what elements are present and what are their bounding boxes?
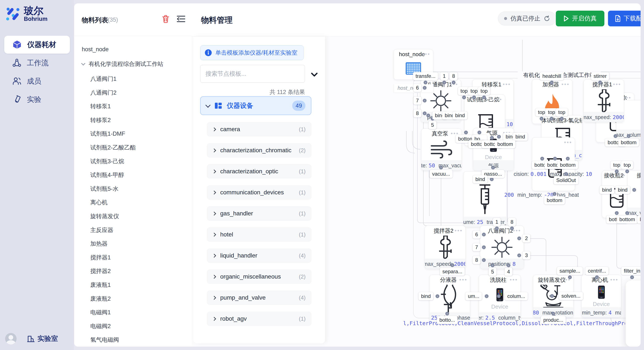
port-dot-icon[interactable]: › bbox=[560, 117, 564, 121]
port-dot-icon[interactable]: › bbox=[510, 226, 514, 230]
port-chip-1[interactable]: 1 bbox=[440, 72, 448, 80]
port-dot-icon[interactable]: › bbox=[424, 81, 428, 84]
port-chip-bind[interactable]: bind bbox=[600, 186, 614, 194]
port-chip-colum...[interactable]: colum... bbox=[505, 292, 528, 300]
tree-item-host-node[interactable]: host_node bbox=[74, 43, 199, 55]
port-dot-icon[interactable]: › bbox=[436, 294, 439, 298]
port-chip-bottom[interactable]: bottom bbox=[618, 138, 639, 147]
download-config-button[interactable]: 下载配置 bbox=[608, 11, 640, 26]
port-chip-8[interactable]: 8 bbox=[472, 256, 480, 264]
tree-item[interactable]: 八通阀门1 bbox=[74, 73, 208, 85]
port-dot-icon[interactable]: › bbox=[598, 81, 602, 84]
canvas-node-搅拌器1[interactable]: 搅拌器1•••max_speed:2000 bbox=[584, 79, 624, 122]
port-dot-icon[interactable]: › bbox=[442, 81, 446, 84]
tree-item[interactable]: 试剂瓶1-DMF bbox=[74, 128, 208, 140]
port-chip-bind[interactable]: bind bbox=[473, 175, 488, 183]
port-dot-icon[interactable]: › bbox=[632, 188, 636, 192]
port-dot-icon[interactable]: › bbox=[627, 134, 630, 138]
port-dot-icon[interactable]: › bbox=[482, 258, 486, 262]
port-chip-sample...[interactable]: sample... bbox=[557, 267, 583, 275]
tree-item[interactable]: 试剂瓶4-甲醇 bbox=[74, 169, 208, 181]
search-input[interactable] bbox=[200, 65, 305, 83]
port-chip-bottom[interactable]: bottom bbox=[557, 161, 578, 169]
port-dot-icon[interactable]: › bbox=[553, 157, 557, 161]
node-menu-icon[interactable]: ••• bbox=[494, 96, 502, 103]
template-category-camera[interactable]: camera(1) bbox=[207, 122, 311, 136]
tree-item[interactable]: 旋转蒸发仪 bbox=[74, 210, 208, 222]
sidebar-item-members[interactable]: 成员 bbox=[4, 72, 70, 90]
node-menu-icon[interactable]: ••• bbox=[455, 227, 463, 234]
node-menu-icon[interactable]: ••• bbox=[572, 117, 580, 123]
port-chip-8[interactable]: 8 bbox=[508, 218, 516, 226]
port-chip-separa...[interactable]: separa... bbox=[440, 268, 465, 276]
tree-item[interactable]: 搅拌器2 bbox=[74, 265, 208, 277]
port-dot-icon[interactable]: › bbox=[568, 275, 572, 279]
port-dot-icon[interactable]: › bbox=[517, 253, 521, 257]
port-dot-icon[interactable]: › bbox=[485, 294, 488, 298]
port-dot-icon[interactable]: › bbox=[482, 233, 486, 236]
port-dot-icon[interactable]: › bbox=[625, 211, 629, 215]
port-dot-icon[interactable]: › bbox=[553, 192, 556, 196]
node-menu-icon[interactable]: ••• bbox=[459, 277, 468, 283]
port-dot-icon[interactable]: › bbox=[507, 263, 510, 267]
canvas-node-八通阀门2[interactable]: 八通阀门2•••positions:8 bbox=[480, 226, 524, 269]
port-chip-6[interactable]: 6 bbox=[413, 84, 421, 92]
tree-item[interactable]: 离心机 bbox=[74, 196, 208, 208]
port-chip-bind[interactable]: bind bbox=[418, 292, 433, 300]
port-dot-icon[interactable]: › bbox=[450, 263, 454, 267]
template-category-communication_devices[interactable]: communication_devices(1) bbox=[207, 185, 311, 199]
port-chip-produc...[interactable]: produc... bbox=[541, 316, 566, 324]
refresh-icon[interactable] bbox=[544, 15, 550, 22]
simulation-status-pill[interactable]: 仿真已停止 bbox=[498, 11, 556, 25]
port-dot-icon[interactable]: › bbox=[439, 166, 443, 170]
sidebar-item-workflow[interactable]: 工作流 bbox=[4, 54, 70, 72]
tree-item[interactable]: 转移泵2 bbox=[74, 114, 208, 126]
port-dot-icon[interactable]: › bbox=[495, 226, 499, 230]
port-chip-top[interactable]: top bbox=[556, 108, 568, 116]
port-chip-bind[interactable]: bind bbox=[615, 186, 630, 194]
port-chip-filter_in[interactable]: filter_in bbox=[621, 267, 640, 275]
tree-item[interactable]: 电磁阀2 bbox=[74, 320, 208, 332]
node-menu-icon[interactable]: ••• bbox=[564, 139, 572, 146]
template-category-liquid_handler[interactable]: liquid_handler(4) bbox=[207, 249, 311, 263]
port-dot-icon[interactable]: › bbox=[482, 95, 486, 99]
port-dot-icon[interactable]: › bbox=[472, 95, 476, 99]
node-menu-icon[interactable]: ••• bbox=[422, 51, 430, 57]
node-menu-icon[interactable]: ••• bbox=[618, 172, 626, 178]
port-dot-icon[interactable]: › bbox=[482, 245, 486, 249]
canvas-node-接收瓶3[interactable]: 接收瓶3•••max_volume:250 bbox=[628, 170, 640, 218]
sidebar-item-experiments[interactable]: 实验 bbox=[4, 91, 70, 108]
avatar[interactable] bbox=[5, 333, 16, 345]
port-dot-icon[interactable]: › bbox=[445, 312, 449, 316]
tree-item[interactable]: 转移泵1 bbox=[74, 100, 208, 112]
port-dot-icon[interactable]: › bbox=[423, 111, 426, 115]
port-dot-icon[interactable]: › bbox=[497, 135, 501, 139]
port-dot-icon[interactable]: › bbox=[490, 136, 494, 140]
port-dot-icon[interactable]: › bbox=[423, 99, 426, 103]
template-category-hotel[interactable]: hotel(1) bbox=[207, 227, 311, 242]
port-chip-5[interactable]: 5 bbox=[488, 268, 496, 276]
canvas-node-真空泵[interactable]: 真空泵•••pump_rate:50max_vacuum:0.1 bbox=[421, 128, 462, 171]
tree-item[interactable]: 试剂瓶2-乙酸乙酯 bbox=[74, 142, 208, 154]
port-dot-icon[interactable]: › bbox=[462, 95, 466, 99]
port-chip-bottom[interactable]: bottom bbox=[637, 215, 640, 223]
port-dot-icon[interactable]: › bbox=[452, 81, 456, 84]
port-dot-icon[interactable]: › bbox=[426, 114, 430, 117]
port-dot-icon[interactable]: › bbox=[540, 117, 544, 121]
port-chip-8[interactable]: 8 bbox=[450, 72, 458, 80]
port-chip-bottom[interactable]: bottom bbox=[617, 215, 638, 223]
port-dot-icon[interactable]: › bbox=[497, 294, 501, 298]
port-dot-icon[interactable]: › bbox=[551, 312, 555, 316]
port-chip-1[interactable]: 1 bbox=[493, 218, 501, 226]
minimap[interactable] bbox=[626, 280, 640, 347]
port-chip-7[interactable]: 7 bbox=[472, 243, 480, 251]
port-dot-icon[interactable]: › bbox=[540, 157, 544, 161]
port-dot-icon[interactable]: › bbox=[491, 263, 494, 267]
port-chip-botto...[interactable]: botto... bbox=[437, 316, 458, 324]
node-menu-icon[interactable]: ••• bbox=[610, 277, 618, 283]
collapse-list-icon[interactable] bbox=[177, 15, 185, 22]
port-chip-vacuu...[interactable]: vacuu... bbox=[430, 170, 452, 178]
port-chip-solven...[interactable]: solven... bbox=[559, 292, 583, 300]
tree-item[interactable]: 试剂瓶3-己烷 bbox=[74, 156, 208, 167]
sidebar-item-instruments[interactable]: 仪器耗材 bbox=[4, 36, 70, 54]
